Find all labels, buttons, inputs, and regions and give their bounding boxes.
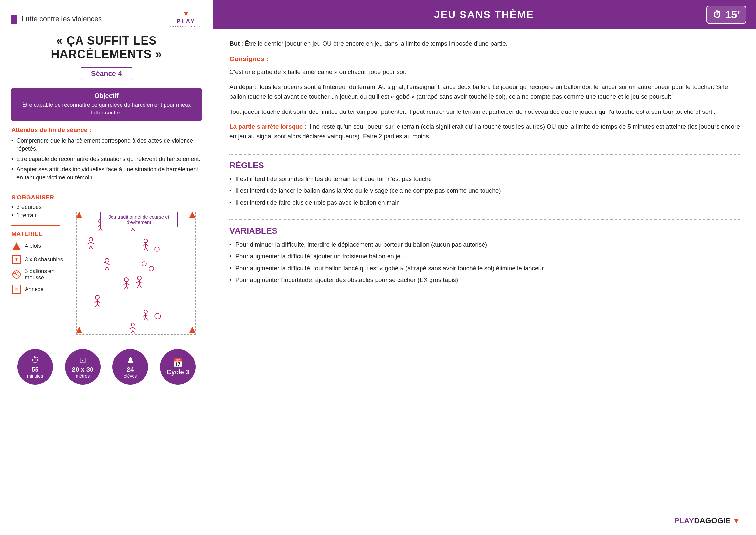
svg-line-41 — [126, 283, 129, 285]
svg-line-68 — [133, 330, 135, 333]
svg-line-55 — [97, 304, 99, 307]
cycle-icon: 📅 — [173, 358, 183, 368]
svg-point-23 — [144, 239, 148, 243]
svg-point-63 — [131, 323, 134, 326]
play-logo: ▼ PLAY INTERNATIONAL — [170, 10, 202, 28]
svg-point-38 — [125, 278, 128, 282]
list-item: Il est interdit de lancer le ballon dans… — [230, 186, 740, 195]
ball-figure — [141, 261, 147, 267]
variables-title: VARIABLES — [230, 226, 740, 236]
ball-figure — [154, 246, 160, 252]
materiel-ballons: 3 ballons en mousse — [11, 268, 73, 281]
separator — [11, 225, 60, 226]
divider-3 — [230, 294, 740, 294]
svg-line-43 — [126, 286, 128, 289]
materiel-text: Annexe — [25, 286, 43, 293]
svg-point-44 — [137, 276, 141, 280]
svg-point-37 — [149, 267, 154, 271]
list-item: Pour augmenter la difficulté, tout ballo… — [230, 264, 740, 273]
terrain-icon: ⊡ — [79, 355, 86, 365]
badge-time: ⏱ 55 minutes — [17, 349, 53, 385]
materiel-text: 4 plots — [25, 243, 41, 249]
list-item: 1 terrain — [11, 212, 73, 219]
international-text: INTERNATIONAL — [170, 25, 202, 28]
svg-line-40 — [124, 283, 126, 285]
svg-line-53 — [97, 301, 100, 302]
triangle-icon — [11, 241, 22, 251]
svg-point-17 — [89, 237, 93, 241]
materiel-chasubles: T 3 x 8 chasubles — [11, 254, 73, 265]
player-figure — [128, 322, 137, 334]
eleves-icon: ♟ — [127, 355, 134, 365]
list-item: Comprendre que le harcèlement correspond… — [11, 137, 202, 153]
purple-bar — [11, 14, 17, 24]
badge-terrain: ⊡ 20 x 30 mètres — [65, 349, 100, 385]
but-section: But : Être le dernier joueur en jeu OU ê… — [230, 39, 740, 48]
svg-line-48 — [137, 285, 139, 288]
svg-line-35 — [107, 267, 109, 270]
consignes-title: Consignes : — [230, 55, 740, 63]
consignes-para-3: Tout joueur touché doit sortir des limit… — [230, 107, 740, 117]
v-brand-icon: ▼ — [733, 517, 740, 525]
svg-line-16 — [133, 228, 135, 231]
svg-line-19 — [88, 242, 91, 244]
player-figure — [141, 238, 150, 251]
terrain-rect — [76, 212, 196, 335]
consignes-para-2: Au départ, tous les joueurs sont à l'int… — [230, 82, 740, 102]
svg-marker-1 — [76, 212, 82, 218]
svg-line-26 — [146, 244, 148, 246]
top-bar: Lutte contre les violences ▼ PLAY INTERN… — [11, 10, 202, 28]
svg-line-60 — [144, 318, 146, 320]
ball-icon — [11, 269, 22, 280]
badge-unit: minutes — [27, 373, 43, 379]
svg-line-47 — [139, 281, 142, 283]
player-figure — [102, 258, 112, 270]
svg-line-49 — [139, 285, 141, 288]
organiser-section: S'ORGANISER 3 équipes 1 terrain MATÉRIEL… — [11, 194, 202, 335]
svg-line-67 — [131, 330, 133, 333]
svg-point-36 — [142, 262, 146, 266]
materiel-annexe: ≡ Annexe — [11, 284, 73, 295]
svg-point-29 — [155, 247, 159, 251]
svg-line-34 — [105, 267, 107, 270]
annexe-icon: ≡ — [11, 284, 22, 295]
svg-point-50 — [95, 296, 99, 299]
svg-line-59 — [146, 315, 148, 317]
corner-tr — [189, 212, 196, 219]
svg-line-22 — [91, 246, 93, 249]
but-label: But — [230, 40, 240, 47]
jeu-title: JEU SANS THÈME — [262, 9, 706, 21]
attendus-list: Comprendre que le harcèlement correspond… — [11, 137, 202, 184]
svg-marker-3 — [76, 327, 82, 333]
svg-line-65 — [129, 327, 133, 329]
svg-point-30 — [105, 258, 109, 262]
category-text: Lutte contre les violences — [22, 15, 102, 23]
svg-line-46 — [136, 281, 139, 283]
left-panel: Lutte contre les violences ▼ PLAY INTERN… — [0, 0, 213, 535]
corner-tl — [76, 212, 82, 219]
corner-bl — [76, 327, 82, 335]
svg-line-27 — [144, 247, 146, 250]
organiser-title: S'ORGANISER — [11, 194, 73, 201]
but-text: But : Être le dernier joueur en jeu OU ê… — [230, 39, 740, 48]
timer-icon: ⏱ — [31, 355, 40, 365]
time-value: 15' — [725, 9, 740, 21]
playdagogie-footer: PLAYDAGOGIE ▼ — [230, 510, 740, 525]
svg-line-15 — [131, 228, 133, 231]
play-brand: PLAY — [674, 516, 694, 525]
svg-line-25 — [143, 244, 146, 246]
seance-badge: Séance 4 — [81, 67, 132, 80]
svg-line-52 — [95, 301, 97, 302]
materiel-plots: 4 plots — [11, 241, 73, 251]
objectif-text: Être capable de reconnaître ce qui relèv… — [17, 101, 196, 117]
svg-line-33 — [107, 264, 110, 266]
list-item: Pour augmenter l'incertitude, ajouter de… — [230, 276, 740, 285]
badge-num: Cycle 3 — [166, 369, 189, 376]
svg-line-20 — [91, 242, 94, 244]
svg-line-9 — [98, 228, 100, 231]
dagogie-brand: DAGOGIE — [694, 516, 730, 525]
play-text: PLAY — [170, 18, 202, 25]
badge-unit: mètres — [76, 373, 90, 379]
main-title: « ÇA SUFFIT LES HARCÈLEMENTS » — [11, 34, 202, 61]
svg-line-42 — [125, 286, 126, 289]
